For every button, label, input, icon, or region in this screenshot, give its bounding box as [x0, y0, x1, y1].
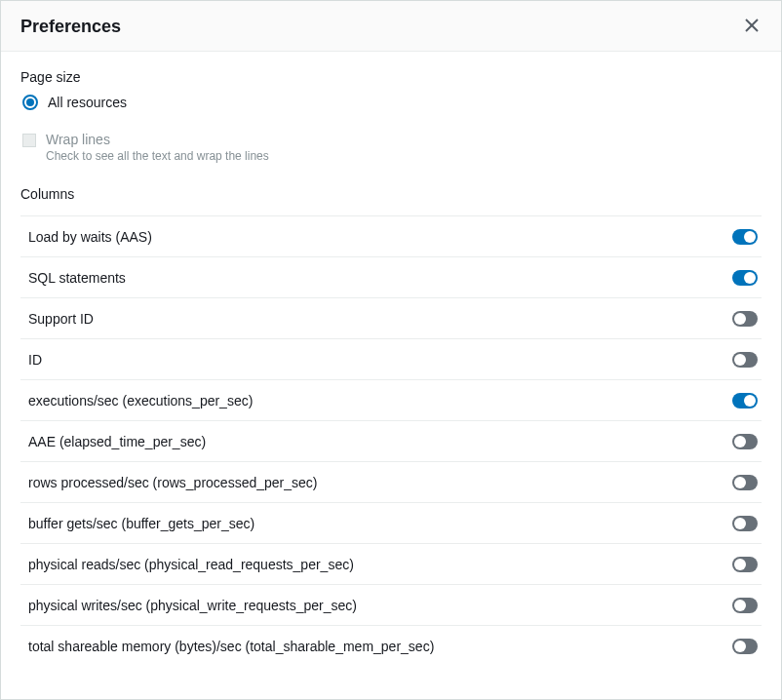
column-toggle[interactable]	[732, 434, 758, 449]
column-row: Load by waits (AAS)	[20, 215, 762, 256]
columns-section: Columns Load by waits (AAS)SQL statement…	[20, 186, 762, 666]
column-label: ID	[28, 352, 42, 368]
column-label: Support ID	[28, 311, 94, 327]
column-label: physical reads/sec (physical_read_reques…	[28, 557, 354, 572]
column-toggle[interactable]	[732, 516, 758, 531]
column-label: total shareable memory (bytes)/sec (tota…	[28, 639, 434, 654]
toggle-knob-icon	[734, 518, 746, 529]
column-toggle[interactable]	[732, 270, 758, 286]
column-toggle[interactable]	[732, 557, 758, 572]
toggle-knob-icon	[734, 600, 746, 611]
radio-label: All resources	[48, 95, 127, 110]
column-toggle[interactable]	[732, 393, 758, 408]
preferences-modal: Preferences Page size All resources Wrap…	[0, 0, 782, 700]
column-row: buffer gets/sec (buffer_gets_per_sec)	[20, 502, 762, 543]
toggle-knob-icon	[734, 436, 746, 447]
page-size-label: Page size	[20, 69, 762, 85]
column-toggle[interactable]	[732, 475, 758, 490]
columns-list: Load by waits (AAS)SQL statementsSupport…	[20, 215, 762, 666]
column-toggle[interactable]	[732, 229, 758, 245]
column-row: rows processed/sec (rows_processed_per_s…	[20, 461, 762, 502]
wrap-lines-checkbox[interactable]: Wrap lines Check to see all the text and…	[22, 132, 762, 163]
column-row: physical writes/sec (physical_write_requ…	[20, 584, 762, 625]
column-toggle[interactable]	[732, 352, 758, 368]
column-row: physical reads/sec (physical_read_reques…	[20, 543, 762, 584]
column-label: buffer gets/sec (buffer_gets_per_sec)	[28, 516, 254, 531]
toggle-knob-icon	[734, 313, 746, 325]
column-row: executions/sec (executions_per_sec)	[20, 379, 762, 420]
toggle-knob-icon	[744, 231, 756, 243]
modal-body: Page size All resources Wrap lines Check…	[1, 52, 781, 699]
close-icon	[745, 19, 759, 35]
column-label: executions/sec (executions_per_sec)	[28, 393, 253, 408]
toggle-knob-icon	[744, 272, 756, 284]
radio-icon	[22, 95, 38, 110]
column-toggle[interactable]	[732, 311, 758, 327]
columns-label: Columns	[20, 186, 762, 215]
wrap-lines-label: Wrap lines	[46, 132, 269, 147]
column-row: ID	[20, 338, 762, 379]
wrap-lines-description: Check to see all the text and wrap the l…	[46, 149, 269, 163]
toggle-knob-icon	[734, 477, 746, 488]
toggle-knob-icon	[734, 354, 746, 366]
column-row: Support ID	[20, 297, 762, 338]
toggle-knob-icon	[734, 559, 746, 570]
column-label: physical writes/sec (physical_write_requ…	[28, 598, 357, 613]
checkbox-icon	[22, 134, 36, 147]
column-label: AAE (elapsed_time_per_sec)	[28, 434, 206, 449]
toggle-knob-icon	[734, 641, 746, 652]
column-label: SQL statements	[28, 270, 126, 286]
close-button[interactable]	[742, 18, 762, 37]
modal-title: Preferences	[20, 17, 121, 37]
column-label: Load by waits (AAS)	[28, 229, 152, 245]
column-row: SQL statements	[20, 256, 762, 297]
column-row: total shareable memory (bytes)/sec (tota…	[20, 625, 762, 666]
page-size-all-resources-radio[interactable]: All resources	[22, 95, 762, 110]
column-toggle[interactable]	[732, 598, 758, 613]
column-label: rows processed/sec (rows_processed_per_s…	[28, 475, 317, 490]
toggle-knob-icon	[744, 395, 756, 407]
modal-header: Preferences	[1, 1, 781, 52]
column-toggle[interactable]	[732, 639, 758, 654]
column-row: AAE (elapsed_time_per_sec)	[20, 420, 762, 461]
